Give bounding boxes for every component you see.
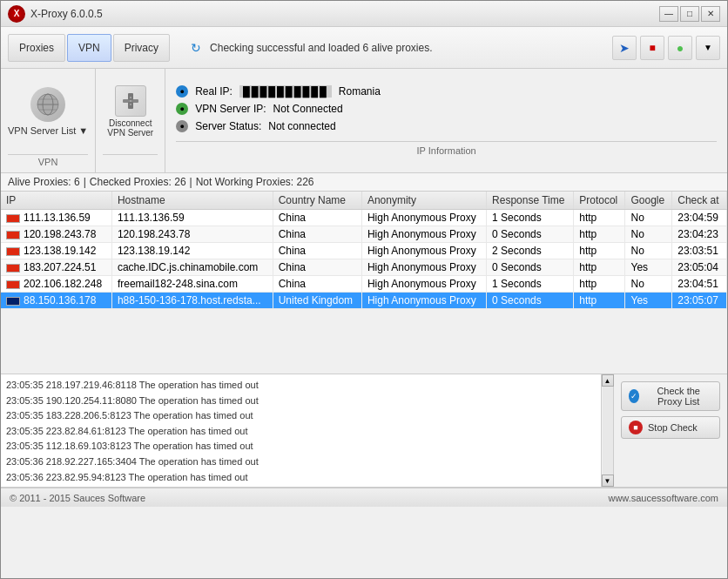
footer: © 2011 - 2015 Sauces Software www.sauces…: [1, 488, 727, 507]
cell-checkat: 23:05:04: [672, 259, 727, 276]
proxy-table-container: IP Hostname Country Name Anonymity Respo…: [1, 192, 727, 374]
col-response: Response Time: [487, 192, 574, 210]
cell-checkat: 23:04:59: [672, 210, 727, 226]
privacy-nav-button[interactable]: Privacy: [113, 34, 170, 62]
cell-google: No: [625, 243, 672, 259]
close-button[interactable]: ✕: [701, 6, 720, 22]
vpn-server-ip-bullet: ●: [176, 103, 188, 115]
proxy-table-body: 111.13.136.59 111.13.136.59 China High A…: [1, 210, 727, 309]
scroll-up-button[interactable]: ▲: [602, 374, 614, 387]
cell-protocol: http: [574, 259, 625, 276]
top-toolbar: Proxies VPN Privacy ↻ Checking successfu…: [1, 27, 727, 69]
proxy-stats-bar: Alive Proxies: 6 | Checked Proxies: 26 |…: [1, 173, 727, 192]
cell-anonymity: High Anonymous Proxy: [361, 243, 486, 259]
cell-protocol: http: [574, 210, 625, 226]
real-ip-value: ██████████: [239, 85, 332, 98]
not-working-proxies: Not Working Proxies: 226: [196, 176, 314, 188]
alive-proxies: Alive Proxies: 6: [8, 176, 80, 188]
cell-checkat: 23:03:51: [672, 243, 727, 259]
vpn-nav-button[interactable]: VPN: [67, 34, 111, 62]
col-checkat: Check at: [672, 192, 727, 210]
table-row[interactable]: 123.138.19.142 123.138.19.142 China High…: [1, 243, 727, 259]
table-row[interactable]: 183.207.224.51 cache.IDC.js.chinamobile.…: [1, 259, 727, 276]
cell-response: 2 Seconds: [487, 243, 574, 259]
status-text: Checking successful and loaded 6 alive p…: [210, 42, 432, 54]
stop-check-label: Stop Check: [648, 422, 698, 433]
stop-button[interactable]: ■: [640, 36, 664, 60]
cell-hostname: 111.13.136.59: [111, 210, 273, 226]
dropdown-button[interactable]: ▼: [696, 36, 720, 60]
stop-check-button[interactable]: ■ Stop Check: [621, 416, 720, 439]
cell-country: United Kingdom: [273, 293, 361, 309]
cell-checkat: 23:04:51: [672, 276, 727, 293]
cell-country: China: [273, 243, 361, 259]
cell-google: No: [625, 226, 672, 243]
log-line: 23:05:35 190.120.254.11:8080 The operati…: [6, 394, 596, 409]
check-proxy-list-button[interactable]: ✓ Check the Proxy List: [621, 381, 720, 411]
stats-separator2: |: [190, 176, 192, 188]
server-status-label: Server Status:: [195, 120, 261, 132]
disconnect-vpn-button[interactable]: [115, 85, 146, 117]
table-row[interactable]: 202.106.182.248 freemail182-248.sina.com…: [1, 276, 727, 293]
cell-hostname: freemail182-248.sina.com: [111, 276, 273, 293]
disconnect-button-area: Disconnect VPN Server: [107, 72, 153, 151]
col-anonymity: Anonymity: [361, 192, 486, 210]
log-line: 23:05:35 183.228.206.5:8123 The operatio…: [6, 408, 596, 424]
flag-icon: [6, 264, 20, 273]
cell-anonymity: High Anonymous Proxy: [361, 259, 486, 276]
table-row[interactable]: 111.13.136.59 111.13.136.59 China High A…: [1, 210, 727, 226]
cell-anonymity: High Anonymous Proxy: [361, 210, 486, 226]
cell-response: 1 Seconds: [487, 210, 574, 226]
app-title: X-Proxy 6.0.0.5: [30, 8, 103, 20]
ip-section-label: IP Information: [176, 141, 717, 156]
cell-ip: 120.198.243.78: [1, 226, 111, 243]
scroll-track: [603, 387, 613, 475]
vpn-server-list-button[interactable]: VPN Server List ▼: [8, 125, 88, 136]
log-line: 23:05:35 112.18.69.103:8123 The operatio…: [6, 439, 596, 454]
maximize-button[interactable]: □: [680, 6, 699, 22]
proxies-nav-button[interactable]: Proxies: [8, 34, 65, 62]
vpn-globe-icon: [30, 87, 65, 122]
vpn-server-section: VPN Server List ▼ VPN: [1, 69, 96, 172]
log-line: 23:05:35 218.197.219.46:8118 The operati…: [6, 378, 596, 394]
col-hostname: Hostname: [111, 192, 273, 210]
header-row: IP Hostname Country Name Anonymity Respo…: [1, 192, 727, 210]
title-bar-left: X X-Proxy 6.0.0.5: [8, 5, 103, 23]
check-proxy-label: Check the Proxy List: [644, 386, 712, 407]
cell-country: China: [273, 259, 361, 276]
cell-response: 1 Seconds: [487, 276, 574, 293]
table-row[interactable]: 88.150.136.178 h88-150-136-178.host.reds…: [1, 293, 727, 309]
flag-icon: [6, 231, 20, 239]
log-line: 23:05:36 187.65.123.16:3128 The operatio…: [6, 485, 596, 487]
log-line: 23:05:36 223.82.95.94:8123 The operation…: [6, 470, 596, 486]
cell-anonymity: High Anonymous Proxy: [361, 293, 486, 309]
stats-separator1: |: [84, 176, 86, 188]
table-row[interactable]: 120.198.243.78 120.198.243.78 China High…: [1, 226, 727, 243]
minimize-button[interactable]: —: [659, 6, 678, 22]
server-status-bullet: ●: [176, 120, 188, 132]
flag-icon: [6, 247, 20, 256]
col-protocol: Protocol: [574, 192, 625, 210]
globe-icon: ●: [677, 41, 684, 55]
window-controls: — □ ✕: [659, 6, 720, 22]
log-buttons-panel: ✓ Check the Proxy List ■ Stop Check: [614, 374, 727, 487]
col-country: Country Name: [273, 192, 361, 210]
flag-icon: [6, 214, 20, 223]
cell-ip: 88.150.136.178: [1, 293, 111, 309]
status-area: ↻ Checking successful and loaded 6 alive…: [191, 41, 609, 55]
col-ip: IP: [1, 192, 111, 210]
scroll-down-button[interactable]: ▼: [602, 475, 614, 487]
arrow-button[interactable]: ➤: [612, 36, 637, 60]
vpn-section-label: VPN: [8, 154, 88, 169]
cell-hostname: 123.138.19.142: [111, 243, 273, 259]
real-ip-label: Real IP:: [195, 85, 233, 98]
cell-anonymity: High Anonymous Proxy: [361, 276, 486, 293]
status-icon: ↻: [191, 41, 205, 55]
cell-google: Yes: [625, 293, 672, 309]
cell-ip: 111.13.136.59: [1, 210, 111, 226]
cell-country: China: [273, 276, 361, 293]
cell-hostname: h88-150-136-178.host.redsta...: [111, 293, 273, 309]
real-ip-country: Romania: [339, 85, 381, 98]
globe-button[interactable]: ●: [668, 36, 692, 60]
cell-country: China: [273, 226, 361, 243]
